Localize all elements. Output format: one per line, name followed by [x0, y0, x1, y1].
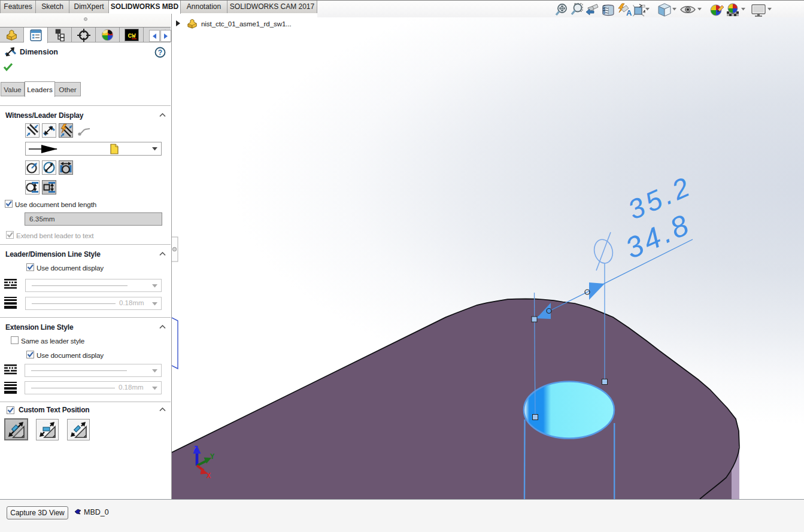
- svg-text:A: A: [626, 8, 632, 17]
- svg-text:CW: CW: [128, 32, 136, 39]
- svg-text:Y: Y: [210, 453, 215, 461]
- svg-text:X: X: [207, 472, 211, 481]
- svg-text:?: ?: [158, 48, 162, 57]
- svg-text:Z: Z: [194, 445, 198, 454]
